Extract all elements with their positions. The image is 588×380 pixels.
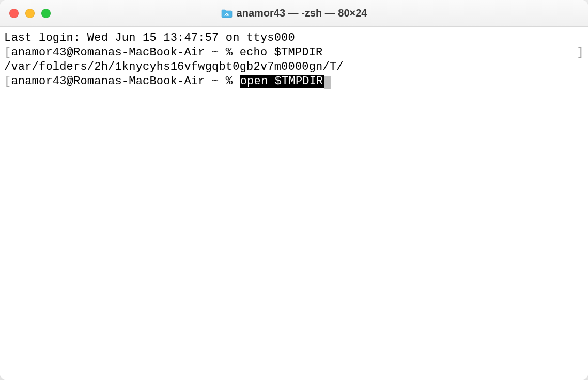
prompt-text-1: anamor43@Romanas-MacBook-Air ~ % [11, 45, 239, 60]
titlebar[interactable]: anamor43 — -zsh — 80×24 [0, 0, 588, 27]
traffic-lights [0, 9, 51, 18]
prompt-left-bracket: [ [4, 45, 11, 60]
prompt-right-bracket: ] [577, 45, 584, 60]
prompt-text-2: anamor43@Romanas-MacBook-Air ~ % [11, 75, 239, 88]
terminal-body[interactable]: Last login: Wed Jun 15 13:47:57 on ttys0… [0, 27, 588, 380]
minimize-button[interactable] [25, 9, 35, 18]
command-2-highlighted: open $TMPDIR [240, 75, 324, 88]
prompt-line-2: [anamor43@Romanas-MacBook-Air ~ % open $… [4, 74, 584, 89]
home-folder-icon [221, 9, 233, 18]
window-title: anamor43 — -zsh — 80×24 [237, 7, 367, 19]
output-line-1: /var/folders/2h/1knycyhs16vfwgqbt0gb2v7m… [4, 60, 584, 74]
title-center: anamor43 — -zsh — 80×24 [221, 7, 367, 19]
cursor [324, 76, 331, 89]
zoom-button[interactable] [41, 9, 51, 18]
last-login-line: Last login: Wed Jun 15 13:47:57 on ttys0… [4, 31, 584, 45]
prompt-left-bracket-2: [ [4, 75, 11, 88]
prompt-line-1: [anamor43@Romanas-MacBook-Air ~ % echo $… [4, 45, 584, 60]
close-button[interactable] [9, 9, 19, 18]
command-1: echo $TMPDIR [240, 45, 323, 60]
terminal-window: anamor43 — -zsh — 80×24 Last login: Wed … [0, 0, 588, 380]
